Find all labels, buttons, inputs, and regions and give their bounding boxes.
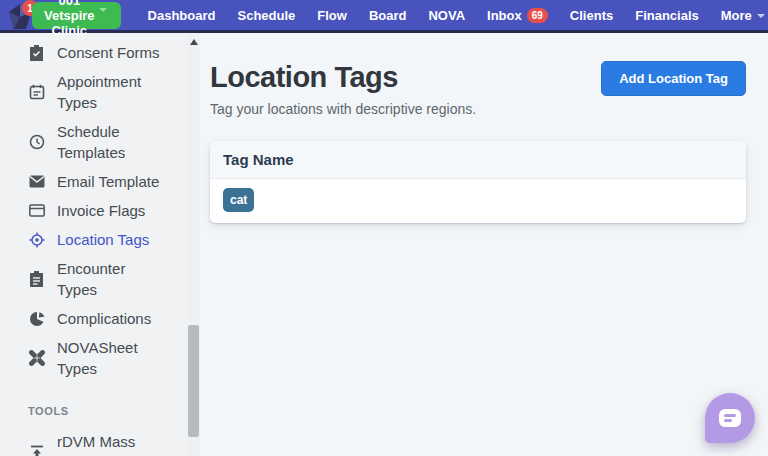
sidebar-item-email-template[interactable]: Email Template bbox=[28, 167, 200, 196]
target-icon bbox=[28, 231, 45, 248]
sidebar-item-label: Schedule Templates bbox=[57, 121, 169, 163]
upload-icon bbox=[28, 444, 45, 456]
clock-icon bbox=[28, 134, 45, 151]
sidebar-item-rdvm-mass-upload[interactable]: rDVM Mass Upload bbox=[28, 427, 200, 456]
sidebar-item-schedule-templates[interactable]: Schedule Templates bbox=[28, 117, 200, 167]
sidebar-item-label: Email Template bbox=[57, 171, 169, 192]
sidebar-item-invoice-flags[interactable]: Invoice Flags bbox=[28, 196, 200, 225]
scroll-up-arrow-icon[interactable] bbox=[190, 39, 198, 45]
sidebar-item-label: Location Tags bbox=[57, 229, 169, 250]
credit-card-icon bbox=[28, 202, 45, 219]
nav-financials[interactable]: Financials bbox=[635, 8, 699, 23]
sidebar-item-label: Encounter Types bbox=[57, 258, 169, 300]
tag-badge[interactable]: cat bbox=[223, 188, 254, 212]
sidebar-item-appointment-types[interactable]: Appointment Types bbox=[28, 67, 200, 117]
nav-dashboard[interactable]: Dashboard bbox=[148, 8, 216, 23]
top-navigation-bar: 1 001 Vetspire Clinic Dashboard Schedule… bbox=[0, 0, 768, 33]
page-subtitle: Tag your locations with descriptive regi… bbox=[210, 101, 476, 117]
scrollbar-thumb[interactable] bbox=[188, 325, 199, 437]
nav-inbox[interactable]: Inbox 69 bbox=[487, 8, 548, 23]
sidebar-item-label: NOVASheet Types bbox=[57, 337, 169, 379]
main-nav: Dashboard Schedule Flow Board NOVA Inbox… bbox=[137, 8, 768, 23]
table-row: cat bbox=[210, 179, 746, 223]
nav-nova[interactable]: NOVA bbox=[428, 8, 465, 23]
nav-schedule[interactable]: Schedule bbox=[237, 8, 295, 23]
sidebar-section-tools: TOOLS bbox=[0, 383, 200, 427]
clipboard-icon bbox=[28, 271, 45, 288]
table-column-header: Tag Name bbox=[210, 141, 746, 179]
sidebar-scrollbar[interactable] bbox=[187, 33, 200, 456]
sidebar-item-label: Invoice Flags bbox=[57, 200, 169, 221]
settings-sidebar: Consent Forms Appointment Types Schedule… bbox=[0, 33, 200, 456]
sidebar-item-encounter-types[interactable]: Encounter Types bbox=[28, 254, 200, 304]
clinic-name-label: 001 Vetspire Clinic bbox=[44, 0, 95, 38]
chat-bubble-icon bbox=[719, 409, 741, 427]
sidebar-item-label: Consent Forms bbox=[57, 42, 169, 63]
add-location-tag-button[interactable]: Add Location Tag bbox=[601, 61, 746, 96]
sidebar-item-complications[interactable]: Complications bbox=[28, 304, 200, 333]
sidebar-item-novasheet-types[interactable]: NOVASheet Types bbox=[28, 333, 200, 383]
sidebar-item-label: rDVM Mass Upload bbox=[57, 431, 169, 456]
envelope-icon bbox=[28, 173, 45, 190]
inbox-count-badge: 69 bbox=[527, 8, 548, 23]
nav-board[interactable]: Board bbox=[369, 8, 407, 23]
nav-clients[interactable]: Clients bbox=[570, 8, 613, 23]
pie-chart-icon bbox=[28, 310, 45, 327]
clipboard-check-icon bbox=[28, 44, 45, 61]
chevron-down-icon bbox=[99, 8, 107, 12]
nav-more[interactable]: More bbox=[721, 8, 765, 23]
sidebar-item-label: Complications bbox=[57, 308, 169, 329]
page-title: Location Tags bbox=[210, 61, 476, 94]
nav-flow[interactable]: Flow bbox=[317, 8, 347, 23]
sidebar-item-location-tags[interactable]: Location Tags bbox=[28, 225, 200, 254]
sidebar-item-label: Appointment Types bbox=[57, 71, 169, 113]
chat-launcher-button[interactable] bbox=[705, 393, 755, 443]
location-tags-table: Tag Name cat bbox=[210, 141, 746, 223]
calendar-icon bbox=[28, 84, 45, 101]
clinic-selector-button[interactable]: 001 Vetspire Clinic bbox=[32, 2, 121, 29]
bandage-icon bbox=[28, 350, 45, 367]
sidebar-item-consent-forms[interactable]: Consent Forms bbox=[28, 38, 200, 67]
main-content: Location Tags Tag your locations with de… bbox=[200, 33, 768, 456]
chevron-down-icon bbox=[757, 14, 765, 18]
